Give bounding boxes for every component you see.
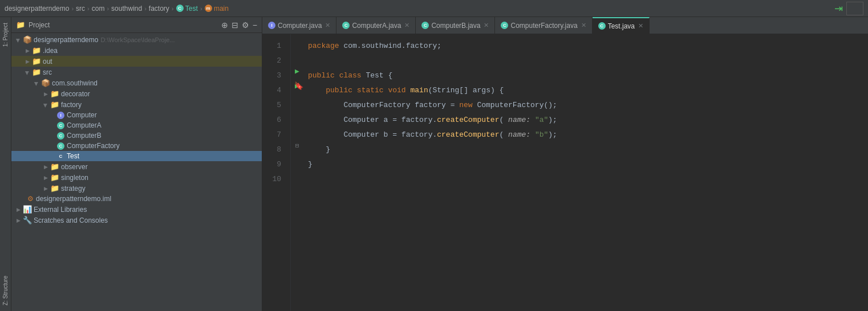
expand-icon[interactable]	[846, 2, 863, 15]
close-panel-icon[interactable]: −	[253, 21, 257, 30]
breadcrumb-factory[interactable]: factory	[149, 5, 169, 13]
tree-item-singleton[interactable]: ▶ 📁 singleton	[11, 172, 262, 183]
gutter-3[interactable]: ▶	[291, 64, 303, 79]
bookmark-4[interactable]: 🔖	[294, 81, 303, 91]
tree-item-strategy[interactable]: ▶ 📁 strategy	[11, 183, 262, 194]
kw-public-3: public	[308, 68, 335, 83]
tree-item-comsouthwind[interactable]: ▶ 📦 com.southwind	[11, 77, 262, 88]
breadcrumb-factory-label[interactable]: factory	[149, 5, 169, 13]
tree-item-src[interactable]: ▶ 📁 src	[11, 67, 262, 77]
tree-item-out[interactable]: ▶ 📁 out	[11, 56, 262, 67]
tab-computerb-java[interactable]: C ComputerB.java ✕	[416, 17, 495, 34]
tree-observer-label: observer	[61, 163, 88, 171]
side-panel: 1: Project Z: Structure	[0, 17, 11, 311]
breadcrumb-src[interactable]: src	[76, 5, 85, 13]
tree-arrow-out: ▶	[23, 59, 32, 64]
folder-idea-icon: 📁	[32, 46, 41, 55]
tree-computerfactory-label: ComputerFactory	[67, 142, 120, 150]
folder-extlibs-icon: 📊	[23, 205, 32, 214]
tree-root-label: designerpatterndemo	[34, 36, 98, 44]
project-panel-label[interactable]: 1: Project	[1, 19, 10, 50]
tree-item-iml[interactable]: ⚙ designerpatterndemo.iml	[11, 194, 262, 204]
tab-icon-computerfactory: C	[501, 22, 508, 29]
gutter-4[interactable]: ▶ 🔖	[291, 79, 303, 93]
tree-item-observer[interactable]: ▶ 📁 observer	[11, 161, 262, 172]
breadcrumb-main-label[interactable]: main	[214, 5, 229, 13]
tree-arrow-decorator: ▶	[41, 91, 50, 97]
code-line-8: }	[308, 142, 868, 157]
add-icon[interactable]: ⊕	[221, 21, 228, 30]
breadcrumb-project-label[interactable]: designerpatterndemo	[5, 5, 69, 13]
tree-factory-label: factory	[61, 101, 82, 109]
tab-computer-java[interactable]: I Computer.java ✕	[262, 17, 336, 34]
tree-item-extlibs[interactable]: ▶ 📊 External Libraries	[11, 204, 262, 215]
class-icon-computerfactory: C	[57, 142, 64, 150]
tree-item-test[interactable]: C Test	[11, 151, 262, 161]
tree-item-computer[interactable]: I Computer	[11, 110, 262, 120]
tab-computera-java[interactable]: C ComputerA.java ✕	[336, 17, 416, 34]
tree-computerb-label: ComputerB	[67, 132, 102, 140]
tree-item-decorator[interactable]: ▶ 📁 decorator	[11, 88, 262, 99]
line-num-3: 3	[262, 68, 286, 83]
breadcrumb-project[interactable]: designerpatterndemo	[5, 5, 69, 13]
navigation-icon[interactable]: ⇥	[834, 2, 843, 15]
folder-factory-icon: 📁	[50, 100, 59, 109]
method-create-6: createComputer	[437, 113, 499, 128]
breadcrumb-src-label[interactable]: src	[76, 5, 85, 13]
tab-close-computera[interactable]: ✕	[404, 22, 409, 29]
tab-computerfactory-java[interactable]: C ComputerFactory.java ✕	[495, 17, 592, 34]
param-name-7: name:	[508, 128, 530, 142]
tree-item-idea[interactable]: ▶ 📁 .idea	[11, 45, 262, 56]
line-num-6: 6	[262, 113, 286, 128]
param-name-6: name:	[508, 113, 530, 128]
run-arrow-3[interactable]: ▶	[295, 67, 299, 76]
folder-singleton-icon: 📁	[50, 173, 59, 182]
code-content[interactable]: package com.southwind.factory; public cl…	[303, 34, 868, 311]
gutter-1	[291, 34, 303, 49]
breadcrumb-test-label[interactable]: Test	[185, 5, 198, 13]
kw-class-3: class	[339, 68, 362, 83]
tree-arrow-src: ▶	[25, 68, 30, 77]
tab-close-test[interactable]: ✕	[638, 22, 643, 30]
kw-public-4: public	[326, 83, 352, 98]
gutter-8[interactable]: ⊟	[291, 138, 303, 153]
breadcrumb-com-label[interactable]: com	[92, 5, 105, 13]
tree-item-computera[interactable]: C ComputerA	[11, 120, 262, 130]
breadcrumb-southwind[interactable]: southwind	[111, 5, 142, 13]
class-icon-computera: C	[57, 122, 64, 129]
tree-item-computerfactory[interactable]: C ComputerFactory	[11, 141, 262, 151]
project-tree: ▶ 📦 designerpatterndemo D:\WorkSpace\Ide…	[11, 33, 262, 311]
gutter-2	[291, 49, 303, 64]
project-panel: 📁 Project ⊕ ⊟ ⚙ − ▶ 📦 designerpatterndem…	[11, 17, 262, 311]
tree-src-label: src	[43, 68, 52, 76]
breadcrumb-southwind-label[interactable]: southwind	[111, 5, 142, 13]
breadcrumb-test[interactable]: C Test	[176, 5, 198, 13]
tree-arrow-singleton: ▶	[41, 175, 50, 181]
breadcrumb-sep-4: ›	[144, 5, 147, 12]
settings-icon[interactable]: ⚙	[242, 21, 249, 30]
breadcrumb-main[interactable]: m main	[205, 5, 229, 13]
tree-item-scratches[interactable]: ▶ 🔧 Scratches and Consoles	[11, 215, 262, 226]
tab-label-computera: ComputerA.java	[352, 22, 401, 30]
project-header: 📁 Project ⊕ ⊟ ⚙ −	[11, 17, 262, 33]
structure-panel-label[interactable]: Z: Structure	[1, 272, 10, 309]
tab-close-computerfactory[interactable]: ✕	[581, 22, 586, 29]
method-icon: m	[205, 5, 212, 12]
tree-item-factory[interactable]: ▶ 📁 factory	[11, 99, 262, 110]
tree-item-computerb[interactable]: C ComputerB	[11, 130, 262, 141]
line-num-8: 8	[262, 142, 286, 157]
code-line-9: }	[308, 157, 868, 172]
tab-close-computer[interactable]: ✕	[325, 22, 330, 29]
tree-root[interactable]: ▶ 📦 designerpatterndemo D:\WorkSpace\Ide…	[11, 34, 262, 45]
folder-decorator-icon: 📁	[50, 89, 59, 98]
collapse-icon[interactable]: ⊟	[232, 21, 238, 30]
folder-src-icon: 📁	[32, 68, 41, 76]
tab-close-computerb[interactable]: ✕	[484, 22, 489, 29]
fold-8[interactable]: ⊟	[295, 142, 299, 149]
class-icon: C	[176, 5, 184, 12]
tab-test-java[interactable]: C Test.java ✕	[593, 17, 650, 34]
gutter-7	[291, 123, 303, 138]
breadcrumb-com[interactable]: com	[92, 5, 105, 13]
line-numbers: 1 2 3 4 5 6 7 8 9 10	[262, 34, 291, 311]
tree-arrow-factory: ▶	[43, 101, 48, 110]
